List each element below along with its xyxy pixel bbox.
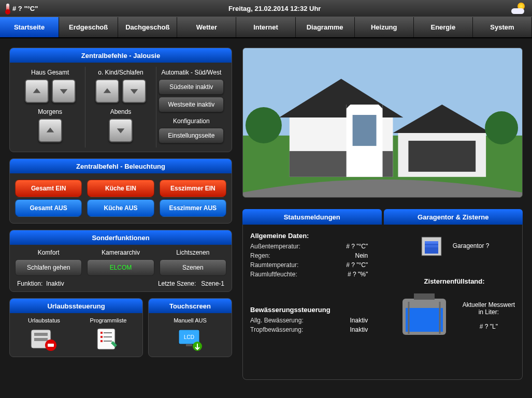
thermometer-icon bbox=[6, 4, 9, 13]
svg-rect-30 bbox=[425, 241, 438, 244]
sonder-col-label: Komfort bbox=[15, 249, 82, 256]
nav-internet[interactable]: Internet bbox=[236, 17, 295, 37]
svg-rect-33 bbox=[406, 308, 443, 332]
nav-heizung[interactable]: Heizung bbox=[355, 17, 414, 37]
jal-morgens-label: Morgens bbox=[15, 108, 85, 115]
panel-beleuchtung: Zentralbefehl - Beleuchtung Gesamt EINKü… bbox=[9, 158, 232, 224]
outside-temp: # ? "°C" bbox=[12, 5, 38, 12]
svg-point-26 bbox=[246, 107, 282, 143]
main-nav: StartseiteErdgeschoßDachgeschoßWetterInt… bbox=[0, 17, 532, 38]
scene-status: Letzte Szene: Szene-1 bbox=[158, 280, 224, 287]
jal-abends-label: Abends bbox=[85, 108, 155, 115]
panel-touchscreen: Touchscreen Manuell AUS LCD bbox=[148, 298, 232, 357]
panel-touchscreen-header: Touchscreen bbox=[149, 299, 232, 313]
topbar-left: # ? "°C" bbox=[6, 4, 38, 13]
nav-wetter[interactable]: Wetter bbox=[177, 17, 236, 37]
cistern-icon bbox=[398, 292, 450, 339]
light-on-küche-ein[interactable]: Küche EIN bbox=[87, 180, 154, 197]
kv-row: Raumtemperatur:# ? "°C" bbox=[250, 261, 383, 269]
kind-up-button[interactable] bbox=[95, 79, 119, 103]
light-off-gesamt-aus[interactable]: Gesamt AUS bbox=[15, 199, 82, 217]
west-inaktiv-button[interactable]: Westseite inaktiv bbox=[159, 97, 224, 112]
haus-down-button[interactable] bbox=[52, 79, 76, 103]
svg-rect-31 bbox=[425, 245, 438, 247]
nav-dachgeschoß[interactable]: Dachgeschoß bbox=[118, 17, 177, 37]
datetime-label: Freitag, 21.02.2014 12:32 Uhr bbox=[228, 5, 321, 12]
sonder-btn-schlafen-gehen[interactable]: Schlafen gehen bbox=[15, 259, 82, 276]
garage-status: Garagentor ? bbox=[453, 242, 490, 249]
garage-icon bbox=[420, 234, 443, 258]
sued-inaktiv-button[interactable]: Südseite inaktiv bbox=[159, 79, 224, 95]
func-status: Funktion: Inaktiv bbox=[17, 280, 64, 287]
panel-urlaub-header: Urlaubssteuerung bbox=[10, 299, 142, 313]
manuell-aus-button[interactable]: LCD bbox=[176, 327, 205, 352]
panel-jalousie-header: Zentralbefehle - Jalousie bbox=[10, 48, 232, 63]
zisterne-label1: Aktueller Messwert bbox=[463, 301, 515, 308]
jal-auto-label: Automatik - Süd/West bbox=[156, 69, 226, 76]
jal-haus-label: Haus Gesamt bbox=[15, 69, 85, 76]
bewaesserung-title: Bewässerungssteuerung bbox=[250, 306, 383, 314]
svg-rect-8 bbox=[100, 336, 103, 338]
nav-system[interactable]: System bbox=[473, 17, 532, 37]
sonder-col-label: Lichtszenen bbox=[160, 249, 226, 256]
urlaubstatus-label: Urlaubstatus bbox=[14, 317, 74, 323]
light-off-küche-aus[interactable]: Küche AUS bbox=[87, 199, 154, 217]
zisterne-value: # ? "L" bbox=[463, 323, 515, 330]
zisterne-title: Zisternenfüllstand: bbox=[394, 277, 515, 285]
svg-rect-10 bbox=[100, 340, 103, 342]
svg-rect-11 bbox=[104, 341, 112, 342]
top-bar: # ? "°C" Freitag, 21.02.2014 12:32 Uhr bbox=[0, 0, 532, 17]
kv-row: Regen:Nein bbox=[250, 252, 383, 259]
tab-statusmeldungen[interactable]: Statusmeldungen bbox=[242, 209, 382, 225]
nav-startseite[interactable]: Startseite bbox=[0, 17, 59, 37]
panel-jalousie: Zentralbefehle - Jalousie Haus Gesamt Mo… bbox=[9, 48, 232, 152]
kv-row: Raumluftfeuchte:# ? "%" bbox=[250, 271, 383, 278]
kv-row: Allg. Bewässerung:Inaktiv bbox=[250, 317, 383, 324]
programmliste-label: Programmliste bbox=[78, 317, 138, 323]
morgens-up-button[interactable] bbox=[38, 119, 62, 142]
tab-garagentor-zisterne[interactable]: Garagentor & Zisterne bbox=[384, 209, 523, 225]
panel-sonder-header: Sonderfunktionen bbox=[10, 230, 232, 245]
status-body: Allgemeine Daten: Außentemperatur:# ? "°… bbox=[242, 225, 523, 380]
jal-config-label: Konfiguration bbox=[156, 117, 226, 125]
allgemein-title: Allgemeine Daten: bbox=[250, 232, 383, 240]
nav-diagramme[interactable]: Diagramme bbox=[296, 17, 355, 37]
svg-text:LCD: LCD bbox=[184, 334, 194, 340]
programmliste-button[interactable] bbox=[94, 327, 123, 352]
svg-rect-6 bbox=[100, 332, 103, 334]
sonder-btn-elcom[interactable]: ELCOM bbox=[87, 259, 154, 276]
svg-rect-5 bbox=[97, 329, 115, 349]
urlaubstatus-button[interactable] bbox=[30, 327, 59, 352]
svg-point-27 bbox=[485, 111, 518, 144]
zisterne-label2: in Liter: bbox=[463, 308, 515, 316]
light-off-esszimmer-aus[interactable]: Esszimmer AUS bbox=[160, 199, 226, 217]
einstellungsseite-button[interactable]: Einstellungsseite bbox=[159, 128, 224, 143]
svg-rect-9 bbox=[104, 336, 112, 337]
svg-rect-22 bbox=[353, 115, 377, 146]
svg-rect-14 bbox=[186, 344, 192, 346]
haus-up-button[interactable] bbox=[25, 79, 49, 103]
panel-beleuchtung-header: Zentralbefehl - Beleuchtung bbox=[10, 159, 232, 173]
panel-sonder: Sonderfunktionen KomfortSchlafen gehenKa… bbox=[9, 230, 232, 292]
kv-row: Tropfbewässerung:Inaktiv bbox=[250, 326, 383, 333]
abends-down-button[interactable] bbox=[109, 119, 133, 142]
svg-rect-7 bbox=[104, 332, 112, 333]
light-on-esszimmer-ein[interactable]: Esszimmer EIN bbox=[160, 180, 226, 197]
house-image bbox=[242, 48, 523, 198]
nav-energie[interactable]: Energie bbox=[414, 17, 473, 37]
weather-icon bbox=[511, 3, 526, 14]
svg-rect-34 bbox=[414, 293, 435, 300]
kv-row: Außentemperatur:# ? "°C" bbox=[250, 243, 383, 250]
sonder-btn-szenen[interactable]: Szenen bbox=[160, 259, 226, 276]
manuell-aus-label: Manuell AUS bbox=[153, 317, 227, 323]
panel-urlaub: Urlaubssteuerung Urlaubstatus Programmli… bbox=[9, 298, 143, 357]
nav-erdgeschoß[interactable]: Erdgeschoß bbox=[59, 17, 118, 37]
light-on-gesamt-ein[interactable]: Gesamt EIN bbox=[15, 180, 82, 197]
sonder-col-label: Kameraarchiv bbox=[87, 249, 154, 256]
svg-rect-4 bbox=[48, 344, 54, 347]
svg-rect-25 bbox=[408, 141, 476, 172]
svg-rect-2 bbox=[34, 338, 48, 341]
svg-rect-1 bbox=[34, 333, 48, 336]
kind-down-button[interactable] bbox=[122, 79, 146, 103]
jal-kind-label: o. Kind/Schlafen bbox=[85, 69, 155, 76]
